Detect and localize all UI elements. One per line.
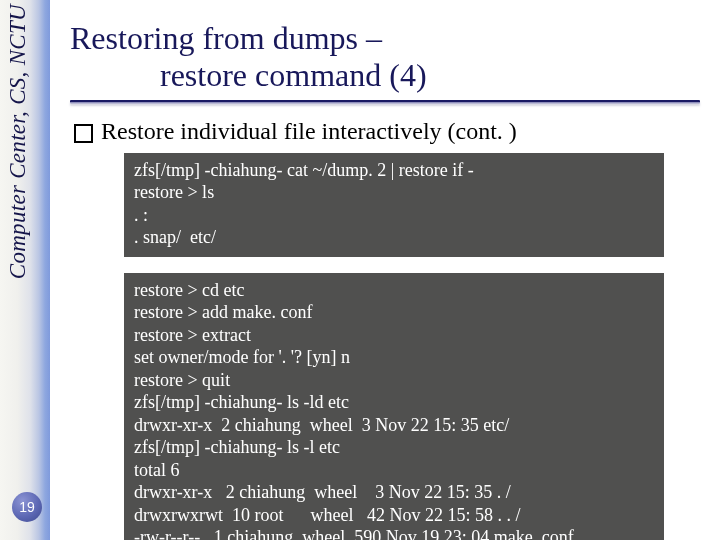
page-number-badge: 19: [12, 492, 42, 522]
slide: Computer Center, CS, NCTU 19 Restoring f…: [0, 0, 720, 540]
content-area: Restoring from dumps – restore command (…: [70, 20, 700, 540]
page-number: 19: [19, 499, 35, 515]
title-line-1: Restoring from dumps –: [70, 20, 382, 56]
bullet-item: Restore individual file interactively (c…: [74, 118, 700, 145]
sidebar: Computer Center, CS, NCTU 19: [0, 0, 50, 540]
terminal-block-1: zfs[/tmp] -chiahung- cat ~/dump. 2 | res…: [124, 153, 664, 257]
sidebar-org-text: Computer Center, CS, NCTU: [5, 4, 31, 279]
bullet-text: Restore individual file interactively (c…: [101, 118, 517, 145]
bullet-square-icon: [74, 124, 93, 143]
title-underline: [70, 100, 700, 104]
slide-title: Restoring from dumps – restore command (…: [70, 20, 700, 94]
terminal-block-2: restore > cd etc restore > add make. con…: [124, 273, 664, 540]
title-line-2: restore command (4): [70, 57, 700, 94]
